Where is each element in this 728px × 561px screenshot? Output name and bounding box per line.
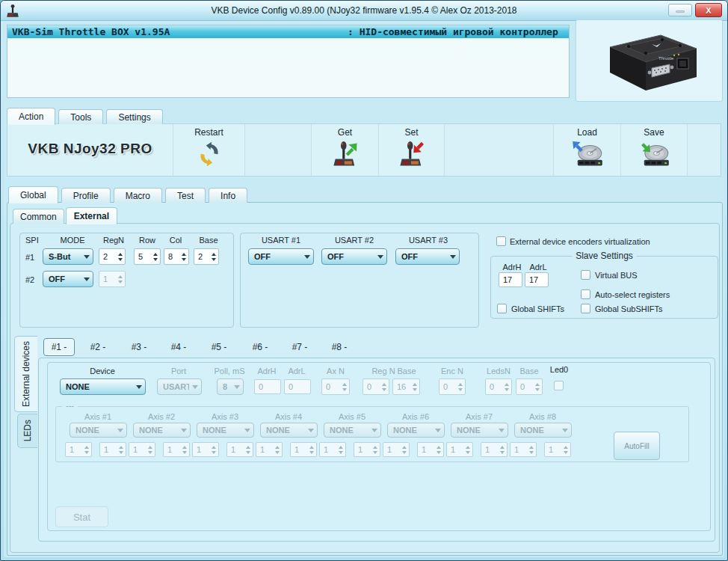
spinner-buttons[interactable] [150, 253, 160, 261]
tab-profile[interactable]: Profile [61, 188, 111, 203]
tab-external[interactable]: External [66, 207, 117, 224]
device-tab-4[interactable]: #4 - [171, 342, 187, 352]
slave-settings-group: Slave Settings AdrH AdrL 17 17 Virtual B… [490, 256, 718, 319]
spinner-buttons [179, 446, 189, 454]
axis-4-column: Axis #4 NONE 1 1 [254, 407, 318, 463]
spinner-up-icon [119, 446, 123, 449]
spinner-buttons [379, 383, 389, 391]
spinner-buttons[interactable] [209, 253, 218, 261]
spi-1-col-stepper[interactable]: 8 [164, 248, 189, 265]
usart1-label: USART #1 [262, 236, 300, 245]
restart-button[interactable]: Restart [173, 124, 245, 176]
spinner-down-icon[interactable] [182, 258, 186, 261]
spi-header-col: Col [170, 236, 182, 245]
global-shifts-checkbox[interactable] [497, 304, 507, 313]
spinner-down-icon[interactable] [212, 258, 216, 261]
spinner-value: 1 [320, 445, 336, 454]
spi-1-base-stepper[interactable]: 2 [194, 248, 219, 265]
stat-button[interactable]: Stat [55, 506, 108, 527]
device-tab-6[interactable]: #6 - [253, 342, 268, 352]
spinner-value: 0 [486, 382, 502, 391]
spinner-up-icon [437, 446, 441, 449]
tab-action[interactable]: Action [7, 108, 55, 125]
spinner-down-icon[interactable] [118, 258, 123, 261]
chevron-down-icon [301, 255, 313, 259]
tab-tools[interactable]: Tools [58, 109, 103, 124]
usart1-select[interactable]: OFF [248, 248, 314, 265]
set-button[interactable]: Set [379, 124, 445, 176]
base2-stepper: 0 [516, 378, 543, 395]
spinner-down-icon[interactable] [153, 258, 158, 261]
spinner-buttons[interactable] [115, 253, 125, 261]
toolbar-spacer-2 [445, 124, 554, 176]
tab-common[interactable]: Common [13, 209, 64, 224]
side-tab-leds[interactable]: LEDs [17, 414, 37, 448]
spinner-down-icon [373, 451, 377, 454]
spinner-buttons [339, 383, 349, 391]
spinner-buttons [497, 446, 507, 454]
spinner-up-icon[interactable] [153, 253, 158, 256]
tab-global[interactable]: Global [8, 186, 58, 203]
chevron-down-icon [432, 429, 444, 432]
spinner-buttons[interactable] [179, 253, 188, 261]
global-subshifts-label: Global SubSHIFTs [595, 304, 662, 313]
tab-settings[interactable]: Settings [106, 109, 162, 124]
usart-group: USART #1 USART #2 USART #3 OFF OFF OFF [240, 233, 479, 328]
spi-2-mode-select[interactable]: OFF [43, 271, 93, 287]
axis-3-label: Axis #3 [212, 412, 238, 421]
autofill-button[interactable]: AutoFill [614, 432, 660, 460]
virtual-bus-checkbox[interactable] [581, 270, 590, 280]
usart2-select[interactable]: OFF [321, 248, 387, 265]
sub-tab-bar: Common External [13, 207, 117, 224]
device-list-selected-row[interactable]: VKB-Sim Throttle BOX v1.95A : HID-совмес… [7, 25, 569, 38]
tab-info[interactable]: Info [209, 188, 247, 203]
adrl-field[interactable]: 17 [525, 272, 549, 287]
close-button[interactable]: X [695, 3, 722, 17]
spi-1-row-stepper[interactable]: 5 [134, 248, 161, 265]
device-tab-5[interactable]: #5 - [212, 342, 227, 352]
chevron-down-icon [133, 385, 145, 389]
joystick-set-icon [398, 140, 426, 170]
spinner-value: 1 [99, 275, 115, 283]
spi-1-regn-stepper[interactable]: 2 [99, 248, 126, 265]
usart3-select[interactable]: OFF [395, 248, 460, 265]
device-tab-bar: #1 - #2 - #3 - #4 - #5 - #6 - #7 - #8 - [38, 337, 715, 358]
spinner-buttons [81, 446, 91, 454]
spi-1-mode-select[interactable]: S-But [43, 248, 93, 265]
device-select[interactable]: NONE [60, 378, 146, 395]
save-button[interactable]: Save [621, 124, 688, 176]
spinner-up-icon[interactable] [212, 253, 216, 256]
spinner-buttons [145, 446, 155, 454]
spinner-down-icon [148, 451, 152, 454]
tab-test[interactable]: Test [165, 188, 206, 203]
device-tab-7[interactable]: #7 - [292, 342, 308, 352]
encoders-virtualization-checkbox[interactable] [496, 236, 506, 246]
hdd-save-icon [638, 140, 670, 168]
device-tab-2[interactable]: #2 - [90, 342, 106, 352]
spinner-up-icon[interactable] [182, 253, 186, 256]
device-tab-8[interactable]: #8 - [332, 342, 348, 352]
device-tab-1[interactable]: #1 - [43, 338, 75, 356]
auto-select-registers-checkbox[interactable] [581, 289, 590, 299]
axis-7-column: Axis #7 NONE 1 1 [445, 407, 508, 463]
spinner-value: 1 [383, 445, 399, 454]
minimize-button[interactable] [668, 4, 692, 16]
spinner-value: 0 [363, 382, 379, 391]
load-button[interactable]: Load [554, 124, 621, 176]
close-icon: X [706, 6, 711, 15]
global-subshifts-checkbox[interactable] [581, 304, 590, 313]
get-button[interactable]: Get [312, 124, 379, 176]
tab-macro[interactable]: Macro [114, 188, 162, 203]
spinner-down-icon [500, 451, 505, 454]
poll-label: Poll, mS [215, 367, 245, 375]
spinner-value: 1 [164, 445, 179, 454]
axis-2-label: Axis #2 [148, 412, 175, 421]
spinner-up-icon[interactable] [118, 253, 123, 256]
side-tab-external-devices[interactable]: External devices [14, 336, 37, 412]
device-tab-3[interactable]: #3 - [132, 342, 147, 352]
adrh-field[interactable]: 17 [499, 272, 522, 287]
axis-4-select: NONE [260, 423, 318, 438]
spinner-value: 1 [100, 445, 116, 454]
device-description: : HID-совместимый игровой контроллер [348, 26, 558, 37]
axis-1-column: Axis #1 NONE 1 1 [64, 407, 127, 463]
